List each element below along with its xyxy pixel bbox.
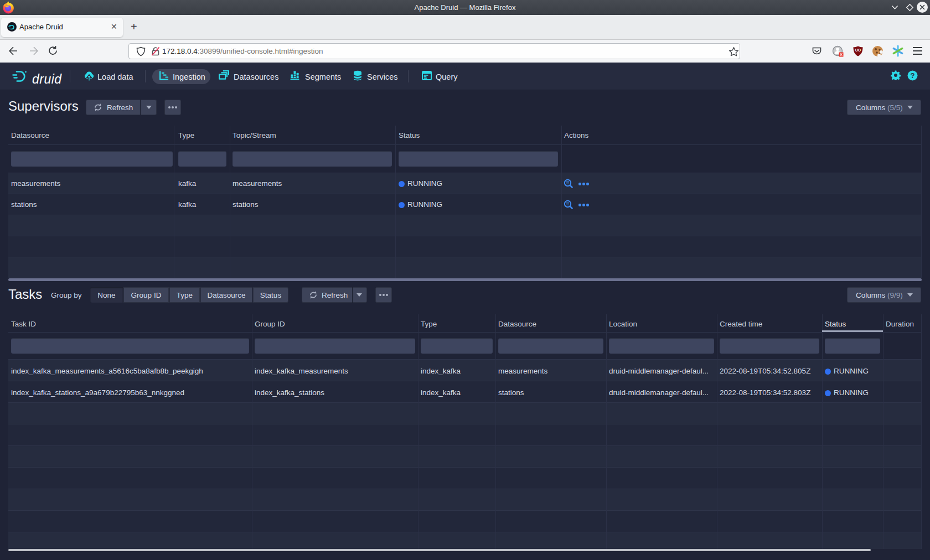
svg-text:UO: UO <box>855 48 861 52</box>
svg-text:?: ? <box>911 71 915 80</box>
